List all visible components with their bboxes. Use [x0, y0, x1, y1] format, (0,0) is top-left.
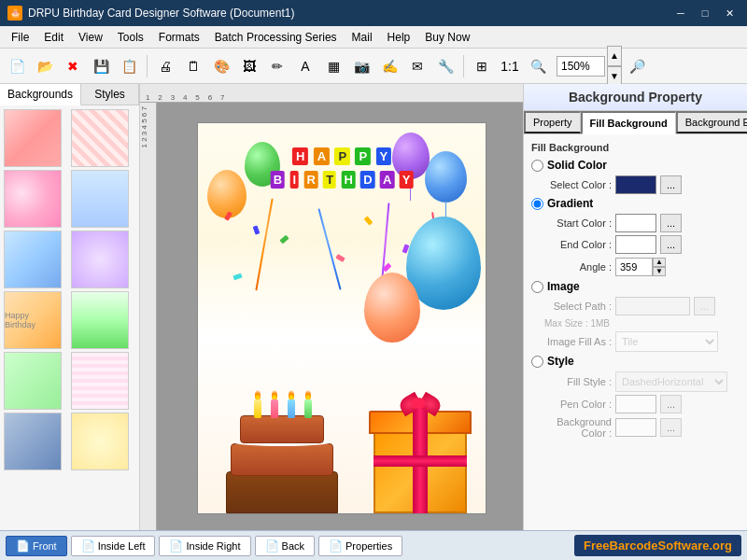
tb-tool[interactable]: 🔧	[432, 53, 458, 79]
image-radio[interactable]	[531, 281, 543, 293]
tab-inside-right[interactable]: 📄 Inside Right	[159, 536, 250, 556]
tb-print[interactable]: 🖨	[152, 53, 178, 79]
menu-edit[interactable]: Edit	[36, 29, 71, 46]
thumbnail-7[interactable]: Happy Birthday	[4, 291, 62, 349]
tb-barcode[interactable]: ▦	[320, 53, 346, 79]
tab-properties-label: Properties	[345, 540, 392, 552]
menu-tools[interactable]: Tools	[110, 29, 151, 46]
bg-color-row: Background Color : ...	[544, 416, 740, 439]
path-input[interactable]	[615, 297, 690, 315]
path-ellipsis[interactable]: ...	[694, 297, 715, 315]
thumbnail-11[interactable]	[4, 413, 62, 470]
tb-ratio[interactable]: 1:1	[497, 53, 523, 79]
tb-scan[interactable]: 📷	[348, 53, 374, 79]
properties-icon: 📄	[329, 539, 343, 553]
canvas-area[interactable]: 1 2 3 4 5 6 7 1 2 3 4 5 6 7	[140, 84, 523, 530]
thumbnail-12[interactable]	[71, 413, 129, 470]
end-color-box[interactable]	[615, 235, 656, 254]
solid-color-ellipsis[interactable]: ...	[660, 175, 682, 194]
pen-color-ellipsis[interactable]: ...	[660, 395, 682, 413]
toolbar: 📄 📂 ✖ 💾 📋 🖨 🗒 🎨 🖼 ✏ A ▦ 📷 ✍ ✉ 🔧 ⊞ 1:1 🔍 …	[0, 49, 747, 84]
tb-sign[interactable]: ✍	[376, 53, 402, 79]
image-label[interactable]: Image	[547, 280, 580, 293]
menu-help[interactable]: Help	[380, 29, 418, 46]
tab-backgrounds[interactable]: Backgrounds	[0, 84, 81, 105]
tab-back[interactable]: 📄 Back	[255, 536, 315, 556]
tb-save2[interactable]: 📋	[116, 53, 142, 79]
tab-fill-background[interactable]: Fill Background	[581, 111, 676, 134]
tb-delete[interactable]: ✖	[60, 53, 86, 79]
start-color-label: Start Color :	[544, 217, 612, 229]
property-tabs: Property Fill Background Background Effe…	[524, 111, 747, 134]
style-label[interactable]: Style	[547, 355, 574, 368]
tb-zoom-out[interactable]: 🔎	[624, 53, 650, 79]
menu-buynow[interactable]: Buy Now	[417, 29, 477, 46]
end-color-ellipsis[interactable]: ...	[660, 235, 682, 254]
bg-color-box[interactable]	[615, 418, 656, 437]
start-color-box[interactable]	[615, 214, 656, 232]
menu-mail[interactable]: Mail	[345, 29, 380, 46]
thumbnail-9[interactable]	[4, 352, 62, 410]
style-radio[interactable]	[531, 356, 543, 368]
angle-up[interactable]: ▲	[653, 258, 666, 267]
zoom-input[interactable]	[557, 56, 605, 77]
image-fill-label: Image Fill As :	[544, 336, 612, 347]
back-icon: 📄	[265, 539, 279, 553]
zoom-up[interactable]: ▲	[607, 46, 622, 66]
image-row: Image	[531, 280, 740, 293]
inside-right-icon: 📄	[169, 539, 183, 553]
angle-input[interactable]	[615, 258, 653, 276]
solid-color-label[interactable]: Solid Color	[547, 159, 607, 172]
select-color-row: Select Color : ...	[544, 175, 740, 194]
thumbnail-6[interactable]	[71, 231, 129, 288]
bottom-bar: 📄 Front 📄 Inside Left 📄 Inside Right 📄 B…	[0, 530, 747, 560]
thumbnail-8[interactable]	[71, 291, 129, 349]
pen-color-box[interactable]	[615, 395, 656, 413]
thumbnail-3[interactable]	[4, 170, 62, 228]
tb-color[interactable]: 🎨	[208, 53, 234, 79]
tab-styles[interactable]: Styles	[81, 84, 139, 105]
end-color-row: End Color : ...	[544, 235, 740, 254]
start-color-ellipsis[interactable]: ...	[660, 214, 682, 232]
tab-inside-left[interactable]: 📄 Inside Left	[71, 536, 156, 556]
thumbnail-2[interactable]	[71, 109, 129, 167]
close-button[interactable]: ✕	[719, 5, 740, 21]
menu-formats[interactable]: Formats	[151, 29, 207, 46]
tb-zoom-in[interactable]: 🔍	[525, 53, 551, 79]
angle-label: Angle :	[544, 261, 612, 273]
fill-style-dropdown[interactable]: DashedHorizontal	[615, 371, 727, 392]
tb-draw[interactable]: ✏	[264, 53, 290, 79]
gradient-radio[interactable]	[531, 198, 543, 210]
thumbnail-10[interactable]	[71, 352, 129, 410]
menu-file[interactable]: File	[4, 29, 36, 46]
bg-color-label: Background Color :	[544, 416, 612, 439]
maximize-button[interactable]: □	[695, 5, 715, 21]
image-fill-dropdown[interactable]: Tile Stretch Center	[615, 331, 718, 352]
solid-color-box[interactable]	[615, 175, 656, 194]
thumbnail-1[interactable]	[4, 109, 62, 167]
angle-down[interactable]: ▼	[653, 267, 666, 276]
tab-front[interactable]: 📄 Front	[6, 536, 67, 556]
thumbnail-5[interactable]	[4, 231, 62, 288]
tb-text[interactable]: A	[292, 53, 318, 79]
gradient-label[interactable]: Gradient	[547, 197, 593, 210]
tb-open[interactable]: 📂	[32, 53, 58, 79]
solid-color-radio[interactable]	[531, 160, 543, 172]
tb-save[interactable]: 💾	[88, 53, 114, 79]
menu-batch[interactable]: Batch Processing Series	[207, 29, 345, 46]
tb-image[interactable]: 🖼	[236, 53, 262, 79]
minimize-button[interactable]: ─	[670, 5, 691, 21]
menu-view[interactable]: View	[71, 29, 110, 46]
tab-property[interactable]: Property	[524, 111, 581, 133]
branding-logo[interactable]: FreeBarcodeSoftware.org	[574, 535, 741, 556]
tab-background-effects[interactable]: Background Effects	[676, 111, 747, 133]
gradient-row: Gradient	[531, 197, 740, 210]
tb-mail[interactable]: ✉	[404, 53, 430, 79]
tb-new[interactable]: 📄	[4, 53, 30, 79]
tab-properties[interactable]: 📄 Properties	[318, 536, 402, 556]
tb-print2[interactable]: 🗒	[180, 53, 206, 79]
bg-color-ellipsis[interactable]: ...	[660, 418, 682, 437]
tb-grid[interactable]: ⊞	[469, 53, 495, 79]
thumbnail-4[interactable]	[71, 170, 129, 228]
front-icon: 📄	[16, 539, 30, 553]
